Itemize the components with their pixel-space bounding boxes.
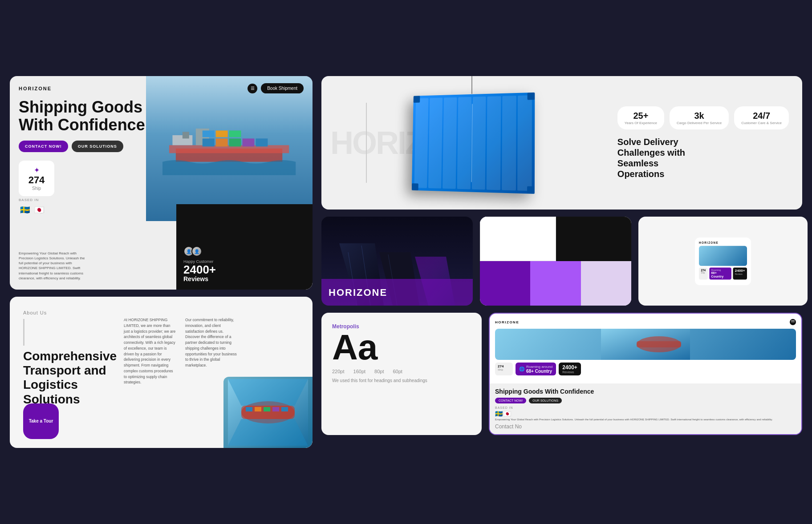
- years-num: 25+: [625, 111, 657, 121]
- flag-row: 🇸🇪 🇯🇵: [19, 204, 45, 216]
- based-in-section: BASED IN 🇸🇪 🇯🇵: [19, 198, 45, 216]
- app-logo: HORIZONE: [495, 320, 519, 324]
- about-label: About Us: [23, 310, 117, 315]
- font-sizes: 220pt 160pt 80pt 60pt: [332, 369, 471, 374]
- svg-rect-11: [216, 131, 228, 137]
- app-stat-country: 🌐 Roaming around 68+ Country: [516, 363, 556, 375]
- mid-right-row: HORIZONE HORIZONE: [321, 217, 802, 306]
- app-sweden-flag: 🇸🇪: [495, 410, 503, 417]
- crane-cable: [471, 76, 472, 94]
- card-header: HORIZONE ☰ Book Shipment: [10, 76, 313, 101]
- about-content: At HORIZONE SHIPPING LIMITED, we are mor…: [124, 317, 299, 385]
- app-description: Empowering Your Global Reach with Precis…: [495, 418, 796, 422]
- svg-rect-31: [637, 341, 681, 347]
- review-box: 👤 👤 Happy Customer 2400+ Reviews: [176, 204, 313, 290]
- logo: HORIZONE: [19, 86, 52, 91]
- font-display: Aa: [332, 330, 471, 365]
- avatar-2: 👤: [191, 246, 202, 257]
- hero-description: Empowering Your Global Reach with Precis…: [19, 251, 90, 281]
- ship-count: 274: [28, 174, 45, 186]
- review-count: 2400+: [183, 264, 216, 275]
- svg-rect-10: [203, 131, 215, 137]
- app-flags: 🇸🇪 🇯🇵: [495, 410, 796, 417]
- left-column: HORIZONE ☰ Book Shipment Shipping GoodsW…: [10, 76, 313, 448]
- support-num: 24/7: [741, 111, 782, 121]
- color-palette-card: [480, 217, 631, 306]
- ship-stats-icon: ✦: [34, 166, 40, 174]
- app-mini-image: [699, 246, 747, 266]
- app-contact-button[interactable]: CONTACT NOW!: [495, 398, 526, 403]
- font-size-220: 220pt: [332, 369, 345, 374]
- hero-card: HORIZONE ☰ Book Shipment Shipping GoodsW…: [10, 76, 313, 290]
- based-label: BASED IN: [19, 198, 45, 202]
- right-column: HORIZONE: [321, 76, 802, 448]
- svg-rect-19: [272, 407, 279, 411]
- app-hero-image: [495, 329, 796, 360]
- purple-swatch: [480, 261, 530, 306]
- app-stat-ship: 274 Ship: [495, 363, 513, 375]
- font-description: We used this font for headings and subhe…: [332, 378, 471, 384]
- font-size-80: 80pt: [374, 369, 384, 374]
- app-japan-flag: 🇯🇵: [503, 410, 511, 417]
- review-sub-label: Reviews: [183, 275, 208, 282]
- contact-now-button[interactable]: CONTACT NOW!: [19, 141, 68, 152]
- globe-mini-icon: 🌐: [519, 367, 524, 371]
- font-size-60: 60pt: [393, 369, 402, 374]
- svg-rect-6: [216, 139, 228, 147]
- our-solutions-button[interactable]: OUR SOLUTIONS: [72, 141, 123, 152]
- brand-stats-row: 25+ Years Of Experience 3k Cargo Deliver…: [617, 106, 789, 129]
- cargo-label: Cargo Delivered Per Service: [677, 121, 722, 125]
- about-title: Comprehensive Transport and Logistics So…: [23, 349, 117, 407]
- cargo-num: 3k: [677, 111, 722, 121]
- palette-row-1: [480, 217, 631, 261]
- app-stats-row: 274 Ship 🌐 Roaming around 68+ Country 24…: [495, 363, 796, 375]
- app-stat-reviews: 2400+ Reviews: [559, 363, 581, 375]
- reviewer-avatars: 👤 👤: [183, 246, 202, 257]
- svg-rect-4: [183, 132, 189, 139]
- svg-rect-20: [281, 407, 288, 411]
- solve-heading: Solve Delivery Challenges with Seamless …: [617, 137, 706, 179]
- bottom-right-row: Metropolis Aa 220pt 160pt 80pt 60pt We u…: [321, 313, 802, 435]
- about-col-1: At HORIZONE SHIPPING LIMITED, we are mor…: [124, 317, 176, 385]
- brand-card: HORIZONE: [321, 76, 802, 210]
- app-mini-reviews: 2400+ Reviews: [733, 267, 747, 279]
- horizone-building-banner: HORIZONE: [321, 217, 473, 306]
- mobile-app-card: HORIZONE: [489, 313, 802, 435]
- menu-icon[interactable]: ☰: [248, 84, 257, 93]
- app-header: HORIZONE: [495, 319, 796, 325]
- app-mini-logo: HORIZONE: [699, 241, 747, 244]
- years-label: Years Of Experience: [625, 121, 657, 125]
- app-bottom-section: Shipping Goods With Confidence CONTACT N…: [490, 383, 801, 434]
- hero-section: Shipping GoodsWith Confidence CONTACT NO…: [19, 98, 145, 152]
- svg-rect-16: [246, 407, 252, 411]
- stats-box: ✦ 274 Ship: [19, 161, 54, 196]
- svg-rect-9: [256, 139, 268, 147]
- take-tour-button[interactable]: Take a Tour: [23, 403, 59, 439]
- white-swatch: [480, 217, 556, 261]
- about-divider: [23, 319, 24, 346]
- svg-rect-7: [229, 139, 241, 147]
- light-purple-swatch: [530, 261, 581, 306]
- support-stat: 24/7 Customer Care & Service: [734, 106, 789, 129]
- svg-rect-12: [229, 131, 241, 137]
- hero-buttons: CONTACT NOW! OUR SOLUTIONS: [19, 141, 145, 152]
- cargo-stat: 3k Cargo Delivered Per Service: [670, 106, 729, 129]
- aerial-image: [223, 377, 313, 448]
- app-shipping-title: Shipping Goods With Confidence: [495, 388, 796, 395]
- support-label: Customer Care & Service: [741, 121, 782, 125]
- palette-row-2: [480, 261, 631, 306]
- svg-rect-5: [203, 139, 215, 147]
- book-shipment-button[interactable]: Book Shipment: [261, 83, 304, 93]
- japan-flag: 🇯🇵: [33, 204, 45, 216]
- app-menu-icon[interactable]: [790, 319, 796, 325]
- app-inner: HORIZONE: [490, 314, 801, 383]
- about-card: About Us Comprehensive Transport and Log…: [10, 297, 313, 448]
- sweden-flag: 🇸🇪: [19, 204, 31, 216]
- svg-rect-17: [255, 407, 261, 411]
- app-solutions-button[interactable]: OUR SOLUTIONS: [529, 398, 562, 403]
- svg-rect-18: [264, 407, 270, 411]
- app-mini-country: Roaming 68+ Country: [709, 267, 731, 279]
- app-based-label: BASED IN: [495, 406, 796, 409]
- typography-card: Metropolis Aa 220pt 160pt 80pt 60pt We u…: [321, 313, 482, 435]
- app-mini-stat: 274 Ship: [699, 267, 708, 279]
